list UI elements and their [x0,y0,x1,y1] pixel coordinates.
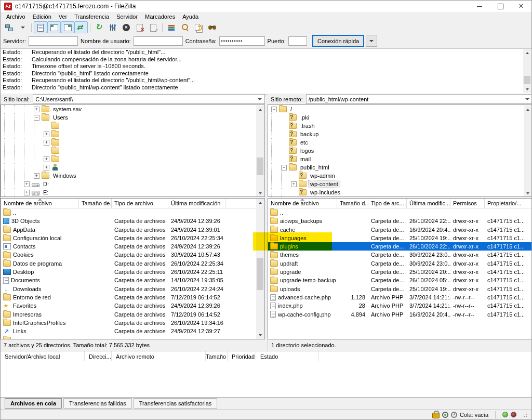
tree-item-folder[interactable] [1,122,264,130]
menu-item[interactable]: Marcadores [141,12,179,21]
scroll-up-icon[interactable] [256,106,264,113]
toggle-remote-tree-button[interactable] [61,21,74,33]
file-row[interactable]: cache Carpeta de... 16/9/2024 20:4... dr… [268,226,532,234]
chevron-down-icon[interactable] [524,96,531,102]
tree-expander[interactable] [291,181,297,187]
synchronized-browsing-button[interactable] [192,21,205,33]
chevron-down-icon[interactable] [256,96,263,102]
file-row[interactable]: AppData Carpeta de archivos 24/9/2024 12… [1,226,264,234]
file-row[interactable]: upgrade-temp-backup Carpeta de... 26/10/… [268,276,532,284]
tree-item-system-sav[interactable]: system.sav [1,105,264,113]
file-row[interactable]: aiowps_backups Carpeta de... 26/10/2024 … [268,217,532,225]
quickconnect-dropdown-button[interactable] [366,35,377,47]
file-row[interactable]: Documents Carpeta de archivos 14/10/2024… [1,276,264,284]
queue-tab[interactable]: Transferencias fallidas [63,398,132,409]
tree-item-windows[interactable]: Windows [1,172,264,180]
column-header[interactable]: Nombre de archivo [268,199,337,208]
scroll-down-icon[interactable] [523,85,531,93]
column-header[interactable]: Nombre de archivo [1,199,79,208]
tree-item-public-html[interactable]: public_html [268,163,532,172]
tree-item-drive-e[interactable]: E: [1,188,264,196]
local-list-scrollbar[interactable] [256,199,264,339]
site-manager-button[interactable] [2,21,16,33]
file-row[interactable]: Contacts Carpeta de archivos 24/9/2024 1… [1,242,264,251]
file-row[interactable]: wp-cache-config.php 4.894 Archivo PHP 16… [268,310,532,319]
file-row[interactable]: 3D Objects Carpeta de archivos 24/9/2024… [1,217,264,225]
tree-item-folder[interactable] [1,147,264,155]
scroll-up-icon[interactable] [523,49,531,57]
directory-comparison-button[interactable] [205,21,219,33]
tree-expander[interactable] [24,190,30,195]
toggle-local-tree-button[interactable] [47,21,61,33]
queue-column-header[interactable]: Tamaño [206,351,228,362]
column-header[interactable]: Última modificación [168,199,225,208]
username-input[interactable] [134,36,183,46]
menu-item[interactable]: Ayuda [179,12,202,21]
tree-item-folder[interactable] [268,196,532,197]
menu-item[interactable]: Transferencia [71,12,113,21]
file-row[interactable] [1,335,264,339]
tree-item-backup[interactable]: backup [268,130,532,138]
column-header[interactable]: Tamaño de... [79,199,112,208]
file-row[interactable]: Entorno de red Carpeta de archivos 7/12/… [1,293,264,301]
file-row[interactable]: upgrade Carpeta de... 25/10/2024 20:... … [268,268,532,276]
site-manager-dropdown-button[interactable] [16,21,29,33]
tree-expander[interactable] [34,173,39,179]
file-row[interactable]: advanced-cache.php 1.128 Archivo PHP 3/7… [268,293,532,301]
queue-tab[interactable]: Transferencias satisfactorias [134,398,218,409]
column-header[interactable]: Tamaño d... [337,199,368,208]
queue-column-header[interactable]: Prioridad [228,351,256,362]
file-row[interactable]: Impresoras Carpeta de archivos 7/12/2019… [1,310,264,319]
cancel-operation-button[interactable] [119,21,133,33]
scroll-down-icon[interactable] [524,189,531,197]
tree-item-folder[interactable] [1,130,264,138]
tree-item-drive-d[interactable]: D: [1,180,264,188]
scroll-down-icon[interactable] [256,331,264,339]
menu-item[interactable]: Ver [55,12,71,21]
tree-item-user-profile[interactable] [1,163,264,172]
scroll-up-icon[interactable] [524,106,531,113]
file-row[interactable]: themes Carpeta de... 30/9/2024 23:0... d… [268,251,532,259]
file-row[interactable]: Downloads Carpeta de archivos 26/10/2024… [1,285,264,293]
scroll-down-icon[interactable] [256,189,264,197]
tree-item-trash[interactable]: .trash [268,122,532,130]
toolbar-separator[interactable] [88,21,92,33]
tree-expander[interactable] [34,115,39,121]
scrollbar-thumb[interactable] [524,76,530,84]
file-row[interactable]: .. [268,208,532,217]
toggle-log-button[interactable] [34,21,47,33]
file-row[interactable]: Favorites Carpeta de archivos 24/9/2024 … [1,301,264,310]
tree-expander[interactable] [34,107,39,112]
tree-item-folder[interactable] [1,138,264,147]
tree-expander[interactable] [44,156,49,162]
tree-item-users[interactable]: Users [1,113,264,122]
toggle-queue-button[interactable] [74,21,88,33]
file-row[interactable]: Cookies Carpeta de archivos 30/9/2024 10… [1,251,264,259]
tree-item-wp-content[interactable]: wp-content [268,180,532,188]
column-header[interactable]: Última modific... [407,199,450,208]
refresh-button[interactable] [92,21,106,33]
file-row[interactable]: plugins Carpeta de... 26/10/2024 22:... … [268,242,532,251]
quickconnect-button[interactable]: Conexión rápida [312,35,364,47]
filter-button[interactable] [165,21,178,33]
file-row[interactable]: Configuración local Carpeta de archivos … [1,234,264,242]
file-row[interactable]: Datos de programa Carpeta de archivos 26… [1,259,264,268]
file-row[interactable]: IntelGraphicsProfiles Carpeta de archivo… [1,319,264,327]
minimize-button[interactable] [469,1,490,12]
menu-item[interactable]: Edición [29,12,55,21]
close-button[interactable] [511,1,531,12]
tree-item-etc[interactable]: etc [268,138,532,147]
tree-expander[interactable] [281,165,287,170]
scroll-up-icon[interactable] [256,199,264,206]
local-path-combo[interactable]: C:\Users\santi\ [33,94,265,104]
speed-limit-icon[interactable] [451,412,457,418]
server-input[interactable] [29,36,78,46]
maximize-button[interactable] [490,1,511,12]
file-row[interactable]: Desktop Carpeta de archivos 26/10/2024 2… [1,268,264,276]
file-row[interactable]: index.php 28 Archivo PHP 3/7/2024 14:21:… [268,301,532,310]
process-queue-button[interactable] [106,21,119,33]
menu-item[interactable]: Archivo [3,12,29,21]
tree-item-wp-includes[interactable]: wp-includes [268,188,532,196]
column-header[interactable]: Permisos [450,199,485,208]
port-input[interactable] [288,36,307,46]
